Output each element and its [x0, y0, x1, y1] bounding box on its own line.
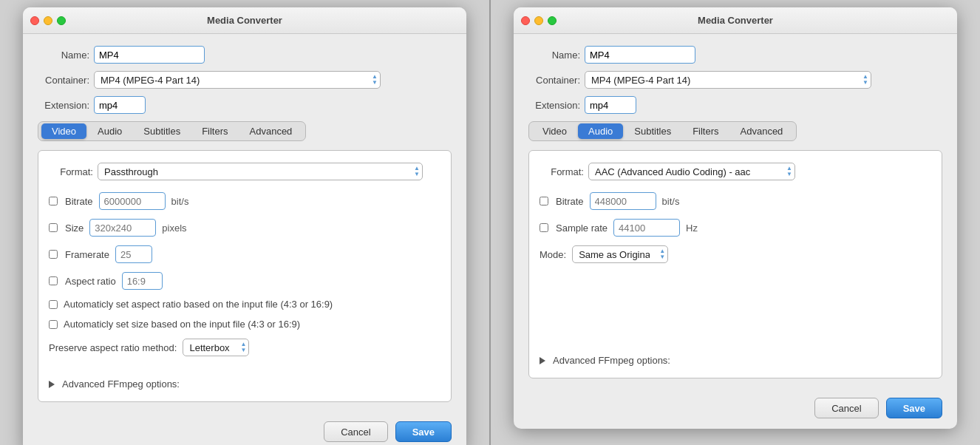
left-tab-advanced[interactable]: Advanced [239, 123, 303, 139]
right-window: Media Converter Name: Container: MP4 (MP… [514, 7, 957, 429]
right-bitrate-checkbox[interactable] [540, 197, 548, 205]
right-bitrate-unit: bit/s [662, 196, 680, 207]
left-name-input[interactable] [94, 46, 205, 64]
left-format-row: Format: Passthrough ▲ ▼ [49, 163, 440, 180]
left-name-label: Name: [38, 50, 89, 61]
left-size-unit: pixels [162, 222, 186, 234]
left-bitrate-input[interactable] [99, 192, 166, 210]
right-min-button[interactable] [534, 16, 543, 25]
left-container-select[interactable]: MP4 (MPEG-4 Part 14) [94, 71, 381, 89]
left-size-row: Size pixels [49, 219, 440, 237]
right-ffmpeg-triangle-icon [540, 357, 545, 364]
left-traffic-lights [30, 16, 66, 25]
left-bitrate-label: Bitrate [65, 196, 93, 207]
left-bitrate-row: Bitrate bit/s [49, 192, 440, 210]
left-preserve-row: Preserve aspect ratio method: Letterbox … [49, 339, 440, 356]
right-samplerate-label: Sample rate [556, 222, 608, 234]
right-format-select-wrap: AAC (Advanced Audio Coding) - aac ▲ ▼ [588, 163, 795, 180]
right-samplerate-unit: Hz [686, 222, 698, 234]
left-aspect-checkbox[interactable] [49, 276, 58, 285]
right-tab-audio[interactable]: Audio [578, 123, 623, 139]
left-cancel-button[interactable]: Cancel [324, 421, 387, 442]
left-auto-size-row: Automaticly set size based on the input … [49, 319, 440, 330]
left-auto-size-label: Automaticly set size based on the input … [64, 319, 300, 330]
left-name-row: Name: [38, 46, 452, 64]
left-bitrate-checkbox[interactable] [49, 197, 58, 205]
left-framerate-checkbox[interactable] [49, 250, 58, 259]
right-bitrate-row: Bitrate bit/s [540, 192, 931, 210]
right-ffmpeg-row: Advanced FFmpeg options: [540, 350, 931, 366]
right-mode-select-wrap: Same as Original ▲ ▼ [572, 245, 668, 263]
left-min-button[interactable] [44, 16, 52, 25]
left-auto-aspect-row: Automaticly set aspect ratio based on th… [49, 299, 440, 310]
left-close-button[interactable] [30, 16, 39, 25]
left-size-label: Size [65, 222, 84, 234]
left-max-button[interactable] [57, 16, 66, 25]
right-max-button[interactable] [548, 16, 557, 25]
left-container-select-wrap: MP4 (MPEG-4 Part 14) ▲ ▼ [94, 71, 381, 89]
left-save-button[interactable]: Save [395, 421, 452, 442]
left-framerate-input[interactable] [115, 245, 152, 263]
right-tab-subtitles[interactable]: Subtitles [624, 123, 681, 139]
right-container-select[interactable]: MP4 (MPEG-4 Part 14) [585, 71, 871, 89]
left-bitrate-unit: bit/s [171, 196, 189, 207]
right-save-button[interactable]: Save [886, 398, 942, 418]
left-aspect-row: Aspect ratio [49, 272, 440, 290]
right-extension-input[interactable] [585, 96, 636, 114]
right-name-row: Name: [528, 46, 942, 64]
right-format-row: Format: AAC (Advanced Audio Coding) - aa… [540, 163, 931, 180]
left-tab-audio[interactable]: Audio [87, 123, 132, 139]
right-format-select[interactable]: AAC (Advanced Audio Coding) - aac [588, 163, 795, 180]
left-tabs: Video Audio Subtitles Filters Advanced [38, 121, 306, 141]
left-container-row: Container: MP4 (MPEG-4 Part 14) ▲ ▼ [38, 71, 452, 89]
right-tab-video[interactable]: Video [532, 123, 577, 139]
left-auto-aspect-checkbox[interactable] [49, 300, 58, 309]
left-tab-video[interactable]: Video [41, 123, 86, 139]
left-framerate-label: Framerate [65, 249, 109, 260]
left-titlebar: Media Converter [23, 7, 466, 34]
left-framerate-row: Framerate [49, 245, 440, 263]
left-extension-input[interactable] [94, 96, 146, 114]
right-extension-row: Extension: [528, 96, 942, 114]
left-format-select-wrap: Passthrough ▲ ▼ [98, 163, 423, 180]
left-auto-size-checkbox[interactable] [49, 320, 58, 329]
left-aspect-input[interactable] [122, 272, 163, 290]
right-bottom-buttons: Cancel Save [514, 390, 957, 429]
left-auto-aspect-label: Automaticly set aspect ratio based on th… [64, 299, 333, 310]
right-name-label: Name: [528, 50, 580, 61]
left-bottom-buttons: Cancel Save [23, 414, 466, 445]
right-samplerate-checkbox[interactable] [540, 223, 548, 232]
right-tab-filters[interactable]: Filters [682, 123, 729, 139]
left-size-checkbox[interactable] [49, 223, 58, 232]
left-preserve-select-wrap: Letterbox ▲ ▼ [183, 339, 249, 356]
left-extension-label: Extension: [38, 100, 89, 111]
left-ffmpeg-label: Advanced FFmpeg options: [62, 378, 180, 390]
right-ffmpeg-label: Advanced FFmpeg options: [553, 355, 670, 366]
left-tab-subtitles[interactable]: Subtitles [133, 123, 191, 139]
right-close-button[interactable] [521, 16, 530, 25]
left-aspect-label: Aspect ratio [65, 276, 116, 287]
right-window-body: Name: Container: MP4 (MPEG-4 Part 14) ▲ … [514, 34, 957, 390]
left-preserve-select[interactable]: Letterbox [183, 339, 249, 356]
right-titlebar: Media Converter [514, 7, 957, 34]
right-traffic-lights [521, 16, 557, 25]
right-samplerate-input[interactable] [613, 219, 680, 237]
right-cancel-button[interactable]: Cancel [814, 398, 878, 418]
left-window-title: Media Converter [207, 15, 282, 26]
left-format-select[interactable]: Passthrough [98, 163, 423, 180]
left-size-input[interactable] [89, 219, 156, 237]
right-bitrate-input[interactable] [590, 192, 656, 210]
right-tab-advanced[interactable]: Advanced [730, 123, 794, 139]
right-mode-select[interactable]: Same as Original [572, 245, 668, 263]
left-ffmpeg-triangle-icon [49, 381, 55, 388]
right-tabs: Video Audio Subtitles Filters Advanced [528, 121, 797, 141]
right-name-input[interactable] [585, 46, 695, 64]
right-window-title: Media Converter [698, 15, 773, 26]
right-samplerate-row: Sample rate Hz [540, 219, 931, 237]
left-extension-row: Extension: [38, 96, 452, 114]
right-bitrate-label: Bitrate [556, 196, 584, 207]
right-extension-label: Extension: [528, 100, 580, 111]
left-tab-filters[interactable]: Filters [191, 123, 238, 139]
left-window: Media Converter Name: Container: MP4 (MP… [23, 7, 466, 445]
left-ffmpeg-row: Advanced FFmpeg options: [49, 374, 440, 390]
